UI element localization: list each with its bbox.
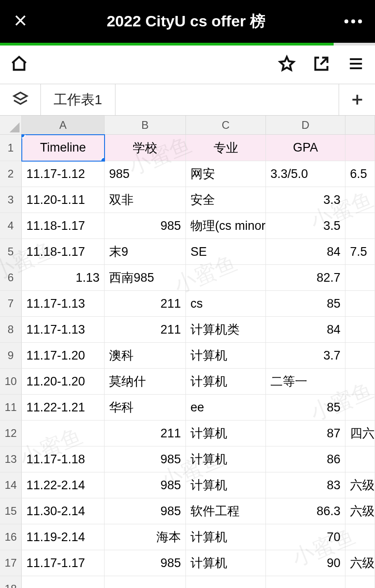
cell[interactable]: 86 bbox=[266, 446, 345, 472]
cell[interactable] bbox=[22, 421, 105, 446]
row-header[interactable]: 17 bbox=[0, 550, 22, 576]
row-header[interactable]: 16 bbox=[0, 524, 22, 550]
cell[interactable]: 计算机 bbox=[186, 446, 266, 472]
cell[interactable] bbox=[345, 446, 375, 472]
row-header[interactable]: 13 bbox=[0, 446, 22, 472]
cell[interactable]: 六级 bbox=[345, 498, 375, 524]
cell[interactable]: 11.20-1.20 bbox=[22, 369, 105, 395]
cell[interactable]: cs bbox=[186, 291, 266, 317]
cell[interactable]: 11.17-1.12 bbox=[22, 161, 105, 187]
cell[interactable]: 华科 bbox=[105, 395, 186, 421]
row-header[interactable]: 4 bbox=[0, 213, 22, 239]
cell[interactable]: 计算机类 bbox=[186, 317, 266, 343]
cell[interactable]: 11.30-2.14 bbox=[22, 498, 105, 524]
column-header[interactable]: D bbox=[266, 116, 345, 135]
cell[interactable] bbox=[345, 265, 375, 291]
column-header[interactable]: C bbox=[186, 116, 266, 135]
cell[interactable] bbox=[345, 395, 375, 421]
cell[interactable]: 83 bbox=[266, 472, 345, 498]
cell[interactable]: 3.5 bbox=[266, 213, 345, 239]
cell[interactable]: Timeline bbox=[22, 135, 105, 161]
cell[interactable]: 985 bbox=[105, 446, 186, 472]
cell[interactable] bbox=[345, 317, 375, 343]
cell[interactable]: 六级 bbox=[345, 550, 375, 576]
cell[interactable]: 11.22-1.21 bbox=[22, 395, 105, 421]
cell[interactable]: 985 bbox=[105, 472, 186, 498]
cell[interactable]: 211 bbox=[105, 421, 186, 446]
row-header[interactable]: 11 bbox=[0, 395, 22, 421]
row-header[interactable]: 15 bbox=[0, 498, 22, 524]
cell[interactable]: 安全 bbox=[186, 187, 266, 213]
row-header[interactable]: 18 bbox=[0, 576, 22, 588]
column-header[interactable]: B bbox=[105, 116, 186, 135]
cell[interactable]: 3.3/5.0 bbox=[266, 161, 345, 187]
cell[interactable]: 11.17-1.17 bbox=[22, 550, 105, 576]
open-external-icon[interactable] bbox=[312, 55, 330, 75]
cell[interactable] bbox=[345, 291, 375, 317]
column-header[interactable] bbox=[345, 116, 375, 135]
sheet-tab[interactable]: 工作表1 bbox=[41, 84, 115, 115]
row-header[interactable]: 2 bbox=[0, 161, 22, 187]
cell[interactable]: 70 bbox=[266, 524, 345, 550]
row-header[interactable]: 1 bbox=[0, 135, 22, 161]
cell[interactable]: 双非 bbox=[105, 187, 186, 213]
close-icon[interactable] bbox=[13, 13, 28, 30]
cell[interactable]: 985 bbox=[105, 550, 186, 576]
cell[interactable]: 11.17-1.13 bbox=[22, 317, 105, 343]
cell[interactable] bbox=[22, 576, 105, 588]
cell[interactable] bbox=[345, 343, 375, 369]
cell[interactable]: 3.3 bbox=[266, 187, 345, 213]
cell[interactable] bbox=[186, 265, 266, 291]
spreadsheet-grid[interactable]: ABCD1Timeline学校专业GPA211.17-1.12985网安3.3/… bbox=[0, 116, 375, 588]
cell[interactable]: 11.17-1.18 bbox=[22, 446, 105, 472]
cell[interactable]: 二等一 bbox=[266, 369, 345, 395]
cell[interactable]: 7.5 bbox=[345, 239, 375, 265]
cell[interactable]: 82.7 bbox=[266, 265, 345, 291]
cell[interactable] bbox=[266, 576, 345, 588]
cell[interactable]: 211 bbox=[105, 291, 186, 317]
cell[interactable]: 1.13 bbox=[22, 265, 105, 291]
cell[interactable] bbox=[345, 135, 375, 161]
cell[interactable]: 网安 bbox=[186, 161, 266, 187]
cell[interactable]: 四六 bbox=[345, 421, 375, 446]
cell[interactable]: 84 bbox=[266, 317, 345, 343]
cell[interactable]: 11.17-1.13 bbox=[22, 291, 105, 317]
menu-icon[interactable] bbox=[347, 55, 365, 75]
home-icon[interactable] bbox=[10, 55, 28, 75]
add-sheet-button[interactable] bbox=[339, 84, 375, 115]
cell[interactable]: 985 bbox=[105, 213, 186, 239]
cell[interactable]: 85 bbox=[266, 395, 345, 421]
sheets-icon[interactable] bbox=[0, 84, 41, 115]
cell[interactable]: 莫纳什 bbox=[105, 369, 186, 395]
cell[interactable] bbox=[186, 576, 266, 588]
cell[interactable]: 90 bbox=[266, 550, 345, 576]
cell[interactable]: 3.7 bbox=[266, 343, 345, 369]
cell[interactable]: 计算机 bbox=[186, 472, 266, 498]
cell[interactable]: 计算机 bbox=[186, 343, 266, 369]
star-icon[interactable] bbox=[278, 55, 296, 75]
cell[interactable]: GPA bbox=[266, 135, 345, 161]
cell[interactable]: 计算机 bbox=[186, 550, 266, 576]
row-header[interactable]: 9 bbox=[0, 343, 22, 369]
cell[interactable]: 87 bbox=[266, 421, 345, 446]
cell[interactable]: 学校 bbox=[105, 135, 186, 161]
row-header[interactable]: 14 bbox=[0, 472, 22, 498]
cell[interactable]: 软件工程 bbox=[186, 498, 266, 524]
row-header[interactable]: 3 bbox=[0, 187, 22, 213]
row-header[interactable]: 8 bbox=[0, 317, 22, 343]
cell[interactable]: 末9 bbox=[105, 239, 186, 265]
cell[interactable]: 海本 bbox=[105, 524, 186, 550]
cell[interactable]: 11.18-1.17 bbox=[22, 239, 105, 265]
row-header[interactable]: 6 bbox=[0, 265, 22, 291]
cell[interactable]: 11.17-1.20 bbox=[22, 343, 105, 369]
select-all-corner[interactable] bbox=[0, 116, 22, 135]
cell[interactable] bbox=[345, 576, 375, 588]
cell[interactable]: 85 bbox=[266, 291, 345, 317]
cell[interactable]: 专业 bbox=[186, 135, 266, 161]
cell[interactable] bbox=[345, 524, 375, 550]
row-header[interactable]: 7 bbox=[0, 291, 22, 317]
more-icon[interactable] bbox=[344, 17, 362, 25]
cell[interactable]: 11.22-2.14 bbox=[22, 472, 105, 498]
cell[interactable]: 计算机 bbox=[186, 524, 266, 550]
cell[interactable] bbox=[345, 369, 375, 395]
